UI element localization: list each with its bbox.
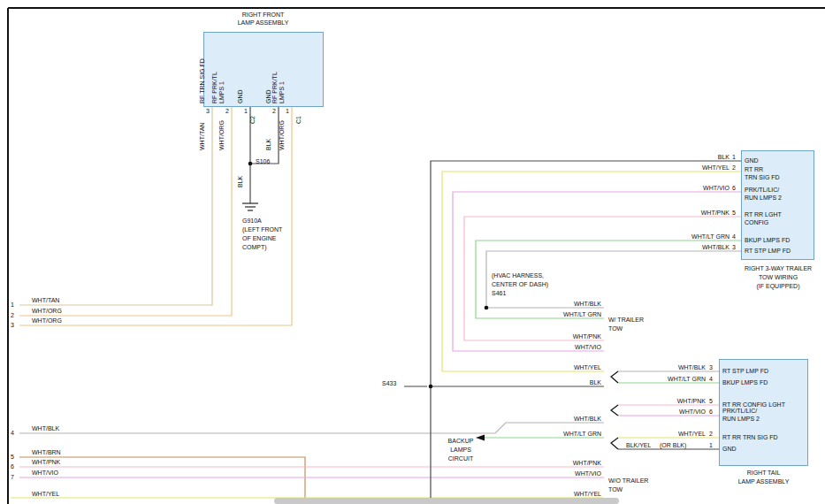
wire-wht-blk-trailer [486,251,741,308]
wire-wht-blk-feed [19,423,604,433]
front-lamp-title: LAMP ASSEMBLY [221,19,305,27]
merge-chevron-icon [611,371,618,383]
pin-number: 3 [206,108,210,115]
terminal-label: GND [237,89,243,103]
terminal-label: GND [745,157,759,164]
wire-label: WHT/PNK [32,459,60,466]
wire-label: WHT/BLK [548,416,601,423]
wire-label: BLK/YEL [626,442,651,449]
pin-number: 1 [244,108,248,115]
terminal-label: RT RR TRN SIG FD [722,434,778,441]
backup-circuit-caption: CIRCUIT [442,455,479,462]
pin-number: 2 [732,164,736,172]
group-caption: TOW [608,486,623,493]
wire-number: 6 [11,463,14,470]
group-caption: W/ TRAILER [608,317,644,324]
wire-label-alt: (OR BLK) [660,442,686,449]
wire-label: WHT/TAN [199,123,205,150]
wire-label: WHT/PNK [548,333,601,340]
terminal-label: CONFIG [745,219,768,226]
pin-number: 2 [272,108,276,115]
connector-id: C2 [249,116,256,124]
terminal-label: BKUP LMPS FD [745,237,790,244]
trailer-box-caption: (IF EQUIPPED) [734,283,822,290]
wiring-diagram-page: RIGHT FRONT LAMP ASSEMBLY RF TRN SIG FD … [0,0,825,504]
pin-number: 5 [732,210,736,217]
pin-number: 2 [709,431,713,438]
wire-label: WHT/BLK [548,301,601,308]
wire-wht-brn-feed [19,457,305,504]
tail-box-caption: LAMP ASSEMBLY [719,478,808,485]
terminal-label: RF PRK/TL [211,72,218,103]
wire-label: WHT/PNK [654,398,706,405]
trailer-box-caption: RIGHT 3-WAY TRAILER [734,265,822,272]
ground-location: OF ENGINE [242,235,277,242]
pin-number: 3 [732,244,736,251]
wire-label: WHT/ORG [218,120,225,150]
terminal-label: LMPS 1 [218,81,225,103]
wire-wht-yel-trailer [442,172,741,371]
wire-label: WHT/ORG [32,308,62,315]
wire-label: WHT/LT GRN [548,431,601,438]
terminal-label: PRK/TL/LIC/ [745,187,779,194]
wire-label: WHT/BRN [32,449,61,456]
front-lamp-title: RIGHT FRONT [221,11,305,19]
wire-label: BLK [548,379,601,386]
splice-label: S461 [492,290,506,297]
terminal-label: RT STP LMP FD [722,368,768,375]
terminal-label: RT RR LGHT [745,211,782,218]
wire-label: WHT/BLK [32,425,59,432]
terminal-label: RF TRN SIG FD [199,58,205,103]
wire-wht-tan-front [19,107,212,305]
splice-location: CENTER OF DASH) [492,281,548,288]
ground-location: COMPT) [242,244,267,251]
wire-label: WHT/VIO [654,409,706,416]
wire-label: WHT/YEL [548,364,601,371]
group-caption: TOW [608,325,623,332]
splice-label: S106 [256,158,270,165]
terminal-label: GND [265,89,271,103]
wire-label: WHT/LT GRN [654,376,706,383]
splice-s461-dot [485,306,489,310]
trailer-box-caption: TOW WIRING [734,274,822,281]
wire-label: WHT/VIO [32,470,58,477]
merge-chevron-icon [611,405,618,416]
pin-number: 4 [732,233,736,241]
wire-label: WHT/VIO [548,470,601,477]
wire-label: WHT/PNK [681,210,730,217]
wire-label: WHT/LT GRN [548,311,601,318]
splice-s433-dot [429,385,433,389]
wire-label: WHT/YEL [681,164,730,172]
pin-number: 1 [709,442,713,449]
wire-label: WHT/YEL [32,491,59,498]
wire-label: WHT/YEL [654,431,706,438]
wire-label: WHT/VIO [548,344,601,351]
backup-circuit-caption: BACKUP [442,438,479,445]
ground-id: G910A [242,218,262,225]
pin-number: 2 [225,108,229,115]
backup-circuit-caption: LAMPS [442,447,479,454]
splice-location: (HVAC HARNESS, [492,272,544,279]
wire-label: WHT/BLK [654,364,706,371]
wire-number: 7 [11,474,14,481]
terminal-label: BKUP LMPS FD [722,379,768,386]
group-caption: W/O TRAILER [608,477,648,485]
merge-chevron-icon [611,438,618,449]
wire-number: 4 [11,430,14,437]
wire-label: BLK [265,139,271,150]
wire-number: 3 [11,322,14,329]
tail-box-caption: RIGHT TAIL [719,470,808,477]
horizontal-scrollbar-thumb[interactable] [274,498,619,504]
wiring-layer [0,0,825,504]
terminal-label: GND [722,446,737,453]
wire-label: WHT/TAN [32,297,59,304]
splice-label: S433 [382,380,396,387]
wire-label: WHT/ORG [32,317,62,325]
pin-number: 3 [709,364,713,371]
wire-label: WHT/PNK [548,460,601,467]
terminal-label: RUN LMPS 2 [722,416,760,423]
wire-wht-lt-grn-trailer [476,241,741,318]
terminal-label: LMPS 1 [279,81,285,103]
pin-number: 5 [709,398,713,405]
wire-number: 1 [11,302,14,309]
